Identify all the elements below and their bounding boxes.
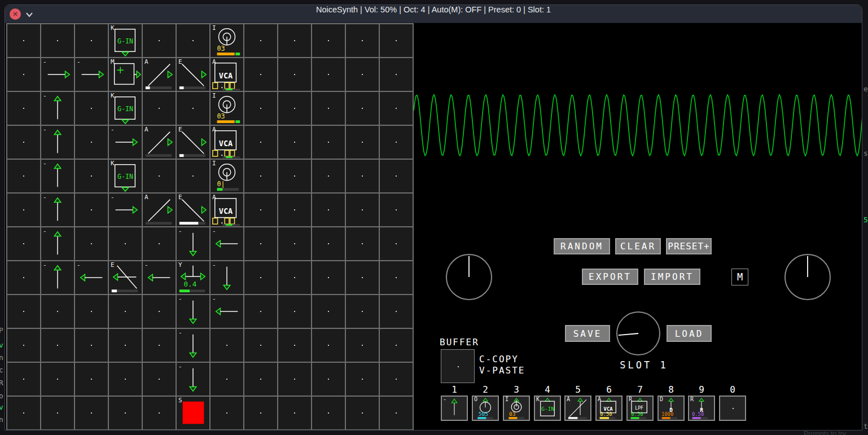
grid-cell[interactable] xyxy=(7,397,40,429)
random-button[interactable]: RANDOM xyxy=(554,238,610,254)
grid-cell[interactable] xyxy=(109,227,142,260)
grid-cell[interactable]: - xyxy=(211,227,243,260)
grid-cell[interactable] xyxy=(380,126,413,159)
grid-cell[interactable]: - xyxy=(211,295,243,328)
grid-cell[interactable]: - xyxy=(41,160,74,192)
grid-cell[interactable] xyxy=(346,126,379,159)
grid-cell[interactable] xyxy=(143,24,176,57)
palette-item-4[interactable]: KG-IN xyxy=(534,396,561,421)
grid-cell[interactable]: A xyxy=(143,126,176,159)
grid-cell[interactable] xyxy=(143,92,176,125)
grid-cell[interactable] xyxy=(312,227,345,260)
import-button[interactable]: IMPORT xyxy=(644,269,700,285)
grid-cell[interactable] xyxy=(278,227,311,260)
grid-cell[interactable] xyxy=(211,397,243,429)
grid-cell[interactable] xyxy=(380,58,413,91)
grid-cell[interactable] xyxy=(244,329,277,362)
grid-cell[interactable] xyxy=(177,24,209,57)
grid-cell[interactable] xyxy=(312,194,345,226)
clear-button[interactable]: CLEAR xyxy=(615,238,661,254)
grid-cell[interactable] xyxy=(312,295,345,328)
grid-cell[interactable] xyxy=(346,92,379,125)
grid-cell[interactable]: I03 xyxy=(211,24,243,57)
grid-cell[interactable] xyxy=(346,160,379,192)
grid-cell[interactable] xyxy=(278,261,311,294)
grid-cell[interactable] xyxy=(75,295,108,328)
grid-cell[interactable]: I03 xyxy=(211,92,243,125)
grid-cell[interactable] xyxy=(143,227,176,260)
grid-cell[interactable]: - xyxy=(177,329,209,362)
grid-cell[interactable] xyxy=(211,329,243,362)
grid-cell[interactable]: KG-IN xyxy=(109,160,142,192)
grid-cell[interactable] xyxy=(143,329,176,362)
grid-cell[interactable]: KG-IN xyxy=(109,92,142,125)
save-button[interactable]: SAVE xyxy=(565,325,610,342)
grid-cell[interactable] xyxy=(143,295,176,328)
grid-cell[interactable] xyxy=(109,363,142,396)
grid-cell[interactable] xyxy=(244,160,277,192)
grid-cell[interactable] xyxy=(278,295,311,328)
grid-cell[interactable] xyxy=(278,329,311,362)
buffer-cell[interactable] xyxy=(441,349,475,383)
grid-cell[interactable]: - xyxy=(143,261,176,294)
grid-cell[interactable]: KG-IN xyxy=(109,24,142,57)
palette-item-5[interactable]: A xyxy=(564,396,591,421)
grid-cell[interactable]: E xyxy=(177,58,209,91)
grid-cell[interactable]: E xyxy=(109,261,142,294)
grid-cell[interactable] xyxy=(75,24,108,57)
palette-item-6[interactable]: AVCA0.50 xyxy=(595,396,622,421)
grid-cell[interactable] xyxy=(143,160,176,192)
grid-cell[interactable] xyxy=(312,329,345,362)
grid-cell[interactable] xyxy=(312,160,345,192)
grid-cell[interactable] xyxy=(244,397,277,429)
grid-cell[interactable]: - xyxy=(41,261,74,294)
grid-cell[interactable] xyxy=(346,58,379,91)
grid-cell[interactable] xyxy=(244,58,277,91)
grid-cell[interactable] xyxy=(380,92,413,125)
grid-cell[interactable] xyxy=(244,194,277,226)
grid-cell[interactable] xyxy=(346,261,379,294)
grid-cell[interactable] xyxy=(109,397,142,429)
grid-cell[interactable] xyxy=(7,227,40,260)
grid-cell[interactable]: - xyxy=(75,261,108,294)
grid-cell[interactable] xyxy=(244,261,277,294)
grid-cell[interactable] xyxy=(346,24,379,57)
grid-cell[interactable] xyxy=(278,24,311,57)
knob-slot[interactable] xyxy=(615,310,661,359)
grid-cell[interactable]: A xyxy=(143,194,176,226)
grid-cell[interactable] xyxy=(41,24,74,57)
grid-cell[interactable]: M xyxy=(109,58,142,91)
grid-cell[interactable] xyxy=(143,397,176,429)
grid-cell[interactable]: - xyxy=(75,58,108,91)
grid-cell[interactable]: AVCA xyxy=(211,126,243,159)
grid-cell[interactable] xyxy=(312,261,345,294)
grid-cell[interactable] xyxy=(346,363,379,396)
load-button[interactable]: LOAD xyxy=(667,325,712,342)
grid-cell[interactable] xyxy=(41,295,74,328)
grid-cell[interactable]: E xyxy=(177,194,209,226)
grid-cell[interactable] xyxy=(41,397,74,429)
mute-button[interactable]: M xyxy=(731,269,748,285)
grid-cell[interactable] xyxy=(75,329,108,362)
grid-cell[interactable]: - xyxy=(41,227,74,260)
grid-cell[interactable] xyxy=(278,126,311,159)
grid-cell[interactable]: - xyxy=(41,92,74,125)
grid-cell[interactable]: - xyxy=(41,126,74,159)
palette-item-1[interactable]: - xyxy=(441,396,468,421)
knob-right[interactable] xyxy=(783,253,832,304)
preset-plus-button[interactable]: PRESET+ xyxy=(666,238,712,254)
palette-item-3[interactable]: I03 xyxy=(503,396,530,421)
grid-cell[interactable] xyxy=(312,363,345,396)
palette-item-8[interactable]: DD1000 xyxy=(657,396,685,421)
grid-cell[interactable] xyxy=(380,24,413,57)
grid-cell[interactable] xyxy=(7,58,40,91)
grid-cell[interactable] xyxy=(177,92,209,125)
grid-cell[interactable] xyxy=(109,295,142,328)
grid-cell[interactable] xyxy=(244,92,277,125)
grid-cell[interactable] xyxy=(312,126,345,159)
grid-cell[interactable] xyxy=(278,92,311,125)
grid-cell[interactable] xyxy=(7,329,40,362)
grid-cell[interactable] xyxy=(75,92,108,125)
grid-cell[interactable] xyxy=(278,397,311,429)
grid-cell[interactable] xyxy=(312,24,345,57)
